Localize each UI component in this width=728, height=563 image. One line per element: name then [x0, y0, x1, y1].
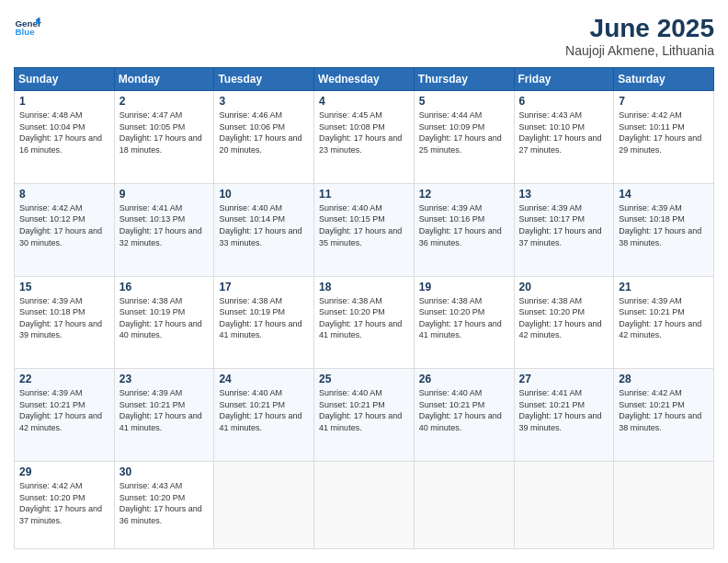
day-number: 22 — [19, 373, 109, 385]
table-cell: 1 Sunrise: 4:48 AMSunset: 10:04 PMDaylig… — [15, 91, 115, 184]
table-cell: 23 Sunrise: 4:39 AMSunset: 10:21 PMDayli… — [114, 369, 214, 462]
day-info: Sunrise: 4:40 AMSunset: 10:15 PMDaylight… — [319, 203, 402, 247]
day-info: Sunrise: 4:41 AMSunset: 10:13 PMDaylight… — [119, 203, 202, 247]
table-cell: 27 Sunrise: 4:41 AMSunset: 10:21 PMDayli… — [514, 369, 614, 462]
table-cell: 7 Sunrise: 4:42 AMSunset: 10:11 PMDaylig… — [614, 91, 714, 184]
day-info: Sunrise: 4:43 AMSunset: 10:20 PMDaylight… — [119, 481, 202, 525]
day-number: 14 — [619, 188, 709, 201]
day-number: 16 — [119, 281, 210, 293]
day-number: 29 — [19, 465, 109, 478]
day-info: Sunrise: 4:42 AMSunset: 10:11 PMDaylight… — [619, 110, 701, 155]
day-info: Sunrise: 4:39 AMSunset: 10:21 PMDaylight… — [619, 296, 701, 340]
col-saturday: Saturday — [614, 68, 714, 91]
table-cell: 12 Sunrise: 4:39 AMSunset: 10:16 PMDayli… — [414, 183, 514, 276]
day-number: 1 — [19, 95, 109, 108]
table-cell — [314, 462, 415, 549]
day-info: Sunrise: 4:47 AMSunset: 10:05 PMDaylight… — [119, 110, 202, 155]
calendar-header-row: Sunday Monday Tuesday Wednesday Thursday… — [15, 68, 714, 91]
table-cell: 6 Sunrise: 4:43 AMSunset: 10:10 PMDaylig… — [514, 91, 614, 184]
day-info: Sunrise: 4:40 AMSunset: 10:21 PMDaylight… — [419, 388, 502, 432]
logo: General Blue — [14, 14, 41, 41]
day-number: 6 — [519, 95, 609, 108]
col-sunday: Sunday — [15, 68, 115, 91]
day-number: 28 — [619, 373, 709, 385]
table-cell: 16 Sunrise: 4:38 AMSunset: 10:19 PMDayli… — [114, 276, 214, 369]
day-info: Sunrise: 4:39 AMSunset: 10:21 PMDaylight… — [119, 388, 202, 432]
day-number: 27 — [519, 373, 609, 385]
day-info: Sunrise: 4:38 AMSunset: 10:20 PMDaylight… — [419, 296, 502, 340]
day-number: 24 — [219, 373, 309, 385]
table-cell — [514, 462, 614, 549]
table-cell: 18 Sunrise: 4:38 AMSunset: 10:20 PMDayli… — [314, 276, 415, 369]
day-info: Sunrise: 4:46 AMSunset: 10:06 PMDaylight… — [219, 110, 301, 155]
table-cell: 30 Sunrise: 4:43 AMSunset: 10:20 PMDayli… — [114, 462, 214, 549]
table-cell: 17 Sunrise: 4:38 AMSunset: 10:19 PMDayli… — [214, 276, 314, 369]
day-info: Sunrise: 4:39 AMSunset: 10:17 PMDaylight… — [519, 203, 602, 247]
day-number: 26 — [419, 373, 509, 385]
day-info: Sunrise: 4:40 AMSunset: 10:14 PMDaylight… — [219, 203, 301, 247]
table-cell: 20 Sunrise: 4:38 AMSunset: 10:20 PMDayli… — [514, 276, 614, 369]
day-info: Sunrise: 4:39 AMSunset: 10:21 PMDaylight… — [19, 388, 102, 432]
day-info: Sunrise: 4:41 AMSunset: 10:21 PMDaylight… — [519, 388, 602, 432]
table-cell: 26 Sunrise: 4:40 AMSunset: 10:21 PMDayli… — [414, 369, 514, 462]
day-number: 25 — [319, 373, 409, 385]
day-info: Sunrise: 4:43 AMSunset: 10:10 PMDaylight… — [519, 110, 602, 155]
day-info: Sunrise: 4:42 AMSunset: 10:20 PMDaylight… — [19, 481, 102, 525]
day-info: Sunrise: 4:38 AMSunset: 10:20 PMDaylight… — [519, 296, 602, 340]
logo-icon: General Blue — [14, 14, 41, 41]
day-number: 11 — [319, 188, 409, 201]
day-number: 15 — [19, 281, 109, 293]
table-cell: 13 Sunrise: 4:39 AMSunset: 10:17 PMDayli… — [514, 183, 614, 276]
table-cell: 3 Sunrise: 4:46 AMSunset: 10:06 PMDaylig… — [214, 91, 314, 184]
table-cell — [414, 462, 514, 549]
day-number: 13 — [519, 188, 609, 201]
col-tuesday: Tuesday — [214, 68, 314, 91]
day-number: 10 — [219, 188, 309, 201]
day-number: 21 — [619, 281, 709, 293]
table-cell — [614, 462, 714, 549]
table-cell: 8 Sunrise: 4:42 AMSunset: 10:12 PMDaylig… — [15, 183, 115, 276]
table-cell: 25 Sunrise: 4:40 AMSunset: 10:21 PMDayli… — [314, 369, 415, 462]
calendar-table: Sunday Monday Tuesday Wednesday Thursday… — [14, 67, 714, 549]
table-cell — [214, 462, 314, 549]
table-cell: 28 Sunrise: 4:42 AMSunset: 10:21 PMDayli… — [614, 369, 714, 462]
col-wednesday: Wednesday — [314, 68, 415, 91]
table-cell: 9 Sunrise: 4:41 AMSunset: 10:13 PMDaylig… — [114, 183, 214, 276]
table-cell: 24 Sunrise: 4:40 AMSunset: 10:21 PMDayli… — [214, 369, 314, 462]
day-number: 3 — [219, 95, 309, 108]
table-cell: 29 Sunrise: 4:42 AMSunset: 10:20 PMDayli… — [15, 462, 115, 549]
main-title: June 2025 — [565, 14, 714, 43]
table-cell: 21 Sunrise: 4:39 AMSunset: 10:21 PMDayli… — [614, 276, 714, 369]
day-info: Sunrise: 4:48 AMSunset: 10:04 PMDaylight… — [19, 110, 102, 155]
day-info: Sunrise: 4:44 AMSunset: 10:09 PMDaylight… — [419, 110, 502, 155]
day-number: 17 — [219, 281, 309, 293]
day-number: 30 — [119, 465, 210, 478]
day-info: Sunrise: 4:40 AMSunset: 10:21 PMDaylight… — [219, 388, 301, 432]
table-cell: 14 Sunrise: 4:39 AMSunset: 10:18 PMDayli… — [614, 183, 714, 276]
day-info: Sunrise: 4:38 AMSunset: 10:20 PMDaylight… — [319, 296, 402, 340]
subtitle: Naujoji Akmene, Lithuania — [565, 43, 714, 58]
day-info: Sunrise: 4:39 AMSunset: 10:16 PMDaylight… — [419, 203, 502, 247]
col-thursday: Thursday — [414, 68, 514, 91]
day-number: 7 — [619, 95, 709, 108]
day-number: 18 — [319, 281, 409, 293]
day-number: 5 — [419, 95, 509, 108]
table-cell: 2 Sunrise: 4:47 AMSunset: 10:05 PMDaylig… — [114, 91, 214, 184]
day-info: Sunrise: 4:40 AMSunset: 10:21 PMDaylight… — [319, 388, 402, 432]
day-info: Sunrise: 4:42 AMSunset: 10:12 PMDaylight… — [19, 203, 102, 247]
table-cell: 15 Sunrise: 4:39 AMSunset: 10:18 PMDayli… — [15, 276, 115, 369]
table-cell: 10 Sunrise: 4:40 AMSunset: 10:14 PMDayli… — [214, 183, 314, 276]
table-cell: 11 Sunrise: 4:40 AMSunset: 10:15 PMDayli… — [314, 183, 415, 276]
day-number: 20 — [519, 281, 609, 293]
table-cell: 22 Sunrise: 4:39 AMSunset: 10:21 PMDayli… — [15, 369, 115, 462]
day-number: 19 — [419, 281, 509, 293]
day-number: 12 — [419, 188, 509, 201]
col-monday: Monday — [114, 68, 214, 91]
day-number: 4 — [319, 95, 409, 108]
page: General Blue June 2025 Naujoji Akmene, L… — [0, 0, 728, 563]
day-info: Sunrise: 4:39 AMSunset: 10:18 PMDaylight… — [19, 296, 102, 340]
day-info: Sunrise: 4:42 AMSunset: 10:21 PMDaylight… — [619, 388, 701, 432]
table-cell: 19 Sunrise: 4:38 AMSunset: 10:20 PMDayli… — [414, 276, 514, 369]
day-info: Sunrise: 4:38 AMSunset: 10:19 PMDaylight… — [219, 296, 301, 340]
table-cell: 4 Sunrise: 4:45 AMSunset: 10:08 PMDaylig… — [314, 91, 415, 184]
